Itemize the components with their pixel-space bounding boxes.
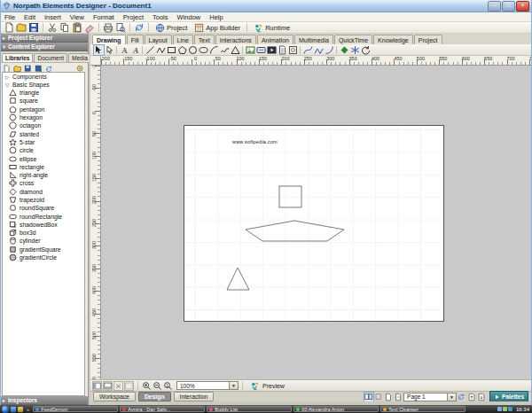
paste-icon[interactable]	[72, 22, 82, 33]
sync-icon[interactable]	[134, 22, 145, 33]
media-widget-icon[interactable]	[267, 45, 277, 55]
freeform-icon[interactable]	[220, 45, 230, 55]
menu-format[interactable]: Format	[89, 13, 119, 21]
shape-item-gradientSquare[interactable]: gradientSquare	[3, 245, 84, 253]
text-icon[interactable]: A	[120, 45, 129, 55]
image-icon[interactable]	[246, 45, 255, 55]
dock-left-icon[interactable]	[92, 381, 102, 391]
shape-item-slanted[interactable]: slanted	[3, 129, 84, 137]
shape-item-rectangle[interactable]: rectangle	[3, 163, 84, 171]
menu-window[interactable]: Window	[173, 13, 206, 21]
quick-launch-mail-icon[interactable]	[18, 407, 23, 412]
tab-line[interactable]: Line	[173, 35, 193, 44]
print-preview-icon[interactable]	[115, 22, 126, 33]
tab-quicktime[interactable]: QuickTime	[334, 35, 372, 44]
dropdown-arrow-icon[interactable]: ▼	[229, 382, 238, 389]
arc-icon[interactable]	[209, 45, 219, 55]
shape-item-shadowedBox[interactable]: shadowedBox	[3, 221, 84, 229]
connector-arc-icon[interactable]	[325, 45, 334, 55]
start-button-icon[interactable]	[2, 406, 9, 413]
tab-interactions[interactable]: Interactions	[215, 35, 256, 44]
star-point-icon[interactable]	[350, 45, 360, 55]
connector-curve-icon[interactable]	[303, 45, 313, 55]
print-icon[interactable]	[103, 22, 113, 33]
zoom-level-select[interactable]: 100%▼	[176, 381, 239, 390]
canvas-shape-rect[interactable]	[279, 186, 301, 207]
spread-view-icon[interactable]	[364, 393, 373, 401]
maximize-button[interactable]: □	[502, 1, 515, 12]
close-button[interactable]: ×	[516, 1, 529, 12]
shape-item-gradientCircle[interactable]: gradientCircle	[3, 253, 84, 261]
project-explorer-header[interactable]: ▸ Project Explorer	[0, 34, 88, 43]
polyline-icon[interactable]	[156, 45, 166, 55]
component-widget-icon[interactable]	[288, 45, 298, 55]
tab-layout[interactable]: Layout	[145, 35, 172, 44]
cut-icon[interactable]	[47, 22, 58, 33]
ellipse-icon[interactable]	[199, 45, 208, 55]
menu-edit[interactable]: Edit	[20, 13, 40, 21]
shape-item-diamond[interactable]: diamond	[3, 188, 84, 196]
tray-icon[interactable]	[503, 407, 507, 411]
shape-item-hexagon[interactable]: hexagon	[3, 113, 84, 121]
canvas-shape-polygon[interactable]	[227, 268, 249, 290]
task-button-text-cleanser[interactable]: Text Cleanser	[380, 406, 466, 412]
page-down-icon[interactable]	[477, 393, 486, 401]
shape-item-triangle[interactable]: triangle	[3, 89, 84, 97]
shape-item-circle[interactable]: circle	[3, 146, 84, 154]
circle-icon[interactable]	[188, 45, 198, 55]
tab-fill[interactable]: Fill	[127, 35, 144, 44]
tab-knowledge[interactable]: Knowledge	[373, 35, 413, 44]
connector-elbow-icon[interactable]	[314, 45, 324, 55]
sidebar-tab-document[interactable]: Document	[34, 53, 67, 62]
quick-launch-overflow-icon[interactable]: »	[27, 407, 29, 412]
dropdown-arrow-icon[interactable]: ▼	[447, 394, 456, 401]
mode-tab-workspace[interactable]: Workspace	[93, 392, 136, 401]
tab-text[interactable]: Text	[194, 35, 215, 44]
task-button-feeddemon[interactable]: FeedDemon	[33, 406, 118, 412]
zoom-actual-icon[interactable]: 1	[163, 381, 173, 391]
page-up-icon[interactable]	[467, 393, 476, 401]
canvas-shape-polygon[interactable]	[246, 221, 344, 241]
task-button-00-alexandra-anton[interactable]: 00 Alexandra Anton	[293, 406, 379, 412]
rectangle-icon[interactable]	[167, 45, 176, 55]
quick-launch-browser-icon[interactable]	[11, 407, 16, 412]
dock-empty-icon[interactable]	[124, 381, 134, 391]
line-icon[interactable]	[145, 45, 155, 55]
zoom-out-icon[interactable]	[153, 381, 162, 391]
preview-button[interactable]: Preview	[246, 381, 288, 391]
polygon-tool-icon[interactable]	[177, 45, 187, 55]
toolbar-button-app-builder[interactable]: App Builder	[191, 23, 244, 33]
triangle-tool-icon[interactable]	[231, 45, 240, 55]
zoom-in-icon[interactable]	[142, 381, 152, 391]
task-button-avrora-day-safe-[interactable]: Avrora - Day Safe...	[120, 406, 205, 412]
dock-bottom-icon[interactable]	[103, 381, 113, 391]
shape-item-cross[interactable]: cross	[3, 179, 84, 187]
task-button-buddy-list[interactable]: Buddy List	[207, 406, 292, 412]
shape-item-pentagon[interactable]: pentagon	[3, 105, 84, 113]
menu-project[interactable]: Project	[119, 13, 148, 21]
open-folder-icon[interactable]	[16, 22, 27, 33]
shape-item-square[interactable]: square	[3, 97, 84, 105]
shape-item-octagon[interactable]: octagon	[3, 121, 84, 129]
inspectors-header[interactable]: ▸ Inspectors	[0, 396, 88, 405]
shape-item-right-angle[interactable]: right-angle	[3, 171, 84, 179]
close-x-icon[interactable]	[113, 381, 123, 391]
menu-help[interactable]: Help	[205, 13, 227, 21]
shape-item-roundSquare[interactable]: roundSquare	[3, 204, 84, 212]
tree-group-basic-shapes[interactable]: ▽Basic Shapes	[3, 81, 84, 89]
shape-item-cylinder[interactable]: cylinder	[3, 237, 84, 245]
clear-icon[interactable]	[84, 22, 95, 33]
title-bar[interactable]: Norpath Elements Designer - Document1 – …	[0, 0, 532, 12]
rotate-tool-icon[interactable]	[361, 45, 371, 55]
document-widget-icon[interactable]	[278, 45, 287, 55]
menu-view[interactable]: View	[66, 13, 89, 21]
tab-drawing[interactable]: Drawing	[92, 35, 126, 44]
new-document-icon[interactable]	[4, 22, 14, 33]
page-sync-icon[interactable]	[458, 393, 466, 401]
menu-insert[interactable]: Insert	[40, 13, 66, 21]
shape-item-trapezoid[interactable]: trapezoid	[3, 196, 84, 204]
pointer-icon[interactable]	[105, 45, 114, 55]
tab-animation[interactable]: Animation	[257, 35, 293, 44]
page-copy-icon[interactable]	[394, 393, 403, 401]
shape-item-roundRectangle[interactable]: roundRectangle	[3, 212, 84, 220]
